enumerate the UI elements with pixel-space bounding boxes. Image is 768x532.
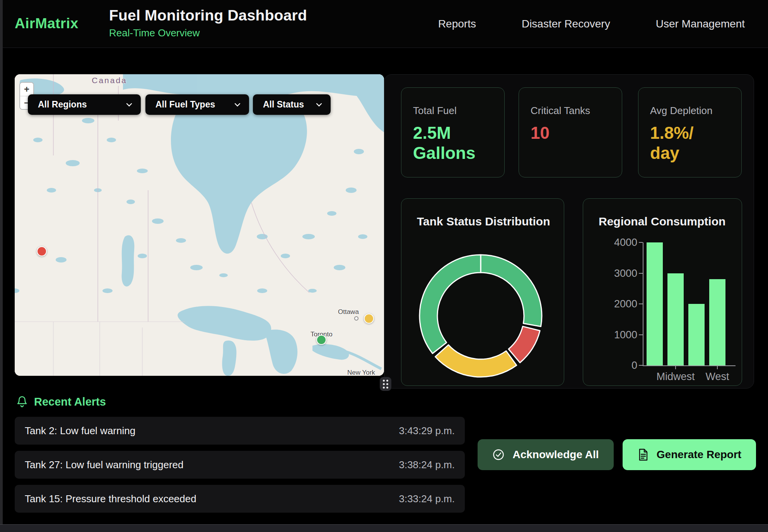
brand-logo[interactable]: AirMatrix: [15, 15, 79, 32]
x-axis: [643, 365, 736, 366]
consumption-bar[interactable]: [667, 273, 684, 366]
alert-timestamp: 3:43:29 p.m.: [399, 425, 455, 437]
fuel-map[interactable]: Canada Ottawa Toronto New York + − All R…: [15, 74, 384, 376]
recent-alerts-title: Recent Alerts: [34, 396, 106, 408]
acknowledge-all-button[interactable]: Acknowledge All: [478, 439, 614, 470]
stat-value-line2: day: [650, 143, 730, 163]
nav-reports[interactable]: Reports: [438, 18, 476, 30]
zoom-in-button[interactable]: +: [20, 83, 33, 96]
tank-marker-normal[interactable]: [316, 335, 326, 345]
generate-report-button[interactable]: Generate Report: [623, 439, 756, 470]
document-icon: [637, 448, 649, 461]
alert-row[interactable]: Tank 27: Low fuel warning triggered 3:38…: [15, 451, 465, 479]
stat-value: 1.8%/: [650, 123, 730, 143]
stat-value-line2: Gallons: [413, 143, 493, 163]
title-block: Fuel Monitoring Dashboard Real-Time Over…: [109, 7, 307, 39]
alert-message: Tank 2: Low fuel warning: [25, 425, 135, 437]
chevron-down-icon: [306, 103, 322, 107]
regional-consumption-bar-chart[interactable]: 01000200030004000MidwestWest: [583, 199, 742, 385]
y-tick-label: 1000: [595, 329, 637, 341]
y-axis: [643, 242, 643, 366]
acknowledge-all-label: Acknowledge All: [512, 448, 599, 461]
dashboard-root: AirMatrix Fuel Monitoring Dashboard Real…: [0, 0, 768, 532]
y-tick-label: 2000: [595, 298, 637, 310]
alert-message: Tank 27: Low fuel warning triggered: [25, 459, 183, 471]
stat-label: Avg Depletion: [650, 105, 730, 117]
map-city-label-ottawa: Ottawa: [338, 308, 359, 316]
page-title: Fuel Monitoring Dashboard: [109, 7, 307, 24]
stat-card-avg-depletion: Avg Depletion 1.8%/ day: [638, 87, 742, 177]
region-filter-dropdown[interactable]: All Regions: [28, 94, 141, 115]
bell-icon: [16, 395, 28, 408]
map-city-label-new-york: New York: [347, 369, 375, 376]
stat-value: 10: [531, 123, 610, 143]
fuel-type-filter-dropdown[interactable]: All Fuel Types: [145, 94, 249, 115]
stat-value: 2.5M: [413, 123, 493, 143]
horizontal-scrollbar[interactable]: [0, 524, 768, 532]
resize-grip-icon[interactable]: [380, 377, 391, 391]
generate-report-label: Generate Report: [657, 448, 741, 461]
stat-label: Critical Tanks: [531, 105, 610, 117]
main-nav: Reports Disaster Recovery User Managemen…: [438, 0, 745, 48]
chart-title: Tank Status Distribution: [417, 215, 550, 228]
nav-user-management[interactable]: User Management: [656, 18, 745, 30]
y-tick-label: 0: [595, 360, 637, 372]
region-filter-value: All Regions: [38, 99, 87, 110]
tank-marker-warning[interactable]: [364, 314, 374, 324]
page-subtitle: Real-Time Overview: [109, 27, 307, 39]
app-header: AirMatrix Fuel Monitoring Dashboard Real…: [0, 0, 768, 48]
alert-message: Tank 15: Pressure threshold exceeded: [25, 493, 196, 505]
consumption-bar[interactable]: [647, 242, 663, 365]
recent-alerts-header: Recent Alerts: [16, 395, 106, 408]
chevron-down-icon: [224, 103, 241, 107]
alert-timestamp: 3:33:24 p.m.: [399, 493, 455, 505]
tank-status-chart-card: Tank Status Distribution: [401, 198, 564, 386]
tank-status-donut-chart[interactable]: [411, 246, 550, 385]
map-country-label: Canada: [88, 76, 131, 85]
stat-card-total-fuel: Total Fuel 2.5M Gallons: [401, 87, 505, 177]
alert-row[interactable]: Tank 15: Pressure threshold exceeded 3:3…: [15, 485, 465, 513]
stat-label: Total Fuel: [413, 105, 493, 117]
town-dot-icon: [354, 316, 358, 321]
status-filter-dropdown[interactable]: All Status: [253, 94, 331, 115]
check-circle-icon: [492, 448, 505, 461]
consumption-bar[interactable]: [709, 279, 725, 365]
x-tick-label: West: [690, 371, 744, 383]
tank-marker-critical[interactable]: [37, 246, 47, 256]
chevron-down-icon: [116, 103, 132, 107]
y-tick-label: 4000: [595, 237, 637, 249]
regional-consumption-chart-card: Regional Consumption 01000200030004000Mi…: [583, 198, 742, 386]
window-left-edge: [0, 0, 3, 532]
y-tick-label: 3000: [595, 268, 637, 280]
consumption-bar[interactable]: [688, 304, 705, 365]
stat-card-critical-tanks: Critical Tanks 10: [519, 87, 622, 177]
nav-disaster-recovery[interactable]: Disaster Recovery: [522, 18, 610, 30]
status-filter-value: All Status: [263, 99, 304, 110]
alert-timestamp: 3:38:24 p.m.: [399, 459, 455, 471]
overview-panel: Total Fuel 2.5M Gallons Critical Tanks 1…: [384, 74, 754, 389]
fuel-type-filter-value: All Fuel Types: [155, 99, 215, 110]
alert-row[interactable]: Tank 2: Low fuel warning 3:43:29 p.m.: [15, 417, 465, 445]
